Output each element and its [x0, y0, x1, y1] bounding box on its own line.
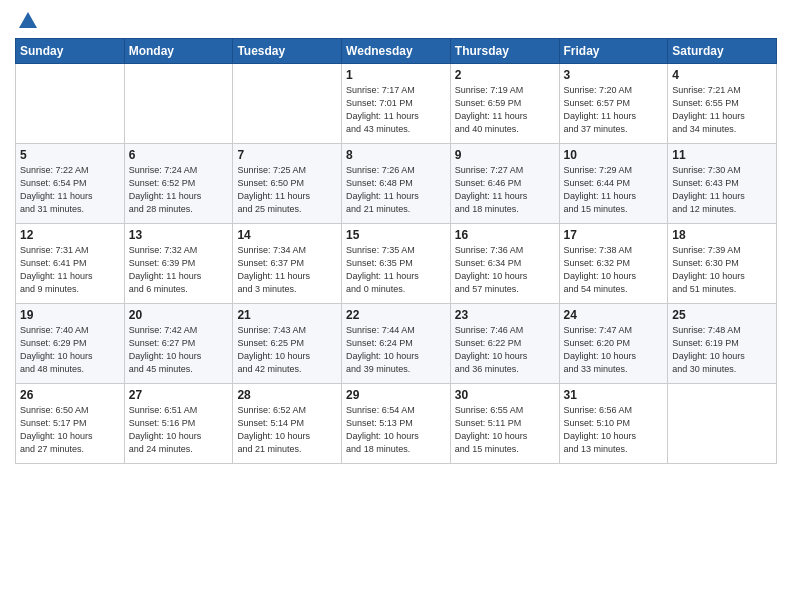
- day-cell: 5Sunrise: 7:22 AM Sunset: 6:54 PM Daylig…: [16, 144, 125, 224]
- day-info: Sunrise: 6:54 AM Sunset: 5:13 PM Dayligh…: [346, 404, 446, 456]
- day-cell: [233, 64, 342, 144]
- weekday-header-sunday: Sunday: [16, 39, 125, 64]
- day-info: Sunrise: 7:25 AM Sunset: 6:50 PM Dayligh…: [237, 164, 337, 216]
- day-info: Sunrise: 7:48 AM Sunset: 6:19 PM Dayligh…: [672, 324, 772, 376]
- day-cell: 11Sunrise: 7:30 AM Sunset: 6:43 PM Dayli…: [668, 144, 777, 224]
- day-info: Sunrise: 7:47 AM Sunset: 6:20 PM Dayligh…: [564, 324, 664, 376]
- day-number: 18: [672, 228, 772, 242]
- weekday-header-friday: Friday: [559, 39, 668, 64]
- weekday-header-thursday: Thursday: [450, 39, 559, 64]
- day-info: Sunrise: 7:22 AM Sunset: 6:54 PM Dayligh…: [20, 164, 120, 216]
- day-info: Sunrise: 6:50 AM Sunset: 5:17 PM Dayligh…: [20, 404, 120, 456]
- weekday-header-monday: Monday: [124, 39, 233, 64]
- day-cell: 31Sunrise: 6:56 AM Sunset: 5:10 PM Dayli…: [559, 384, 668, 464]
- day-info: Sunrise: 7:42 AM Sunset: 6:27 PM Dayligh…: [129, 324, 229, 376]
- day-number: 11: [672, 148, 772, 162]
- day-info: Sunrise: 7:43 AM Sunset: 6:25 PM Dayligh…: [237, 324, 337, 376]
- day-info: Sunrise: 7:36 AM Sunset: 6:34 PM Dayligh…: [455, 244, 555, 296]
- week-row-5: 26Sunrise: 6:50 AM Sunset: 5:17 PM Dayli…: [16, 384, 777, 464]
- day-number: 25: [672, 308, 772, 322]
- day-cell: 9Sunrise: 7:27 AM Sunset: 6:46 PM Daylig…: [450, 144, 559, 224]
- day-info: Sunrise: 7:20 AM Sunset: 6:57 PM Dayligh…: [564, 84, 664, 136]
- weekday-header-row: SundayMondayTuesdayWednesdayThursdayFrid…: [16, 39, 777, 64]
- day-info: Sunrise: 7:17 AM Sunset: 7:01 PM Dayligh…: [346, 84, 446, 136]
- header: [15, 10, 777, 32]
- day-cell: 28Sunrise: 6:52 AM Sunset: 5:14 PM Dayli…: [233, 384, 342, 464]
- day-number: 5: [20, 148, 120, 162]
- day-info: Sunrise: 7:31 AM Sunset: 6:41 PM Dayligh…: [20, 244, 120, 296]
- day-number: 8: [346, 148, 446, 162]
- day-number: 28: [237, 388, 337, 402]
- day-cell: 15Sunrise: 7:35 AM Sunset: 6:35 PM Dayli…: [342, 224, 451, 304]
- day-cell: 8Sunrise: 7:26 AM Sunset: 6:48 PM Daylig…: [342, 144, 451, 224]
- day-cell: [124, 64, 233, 144]
- day-info: Sunrise: 7:19 AM Sunset: 6:59 PM Dayligh…: [455, 84, 555, 136]
- week-row-4: 19Sunrise: 7:40 AM Sunset: 6:29 PM Dayli…: [16, 304, 777, 384]
- week-row-1: 1Sunrise: 7:17 AM Sunset: 7:01 PM Daylig…: [16, 64, 777, 144]
- day-cell: 23Sunrise: 7:46 AM Sunset: 6:22 PM Dayli…: [450, 304, 559, 384]
- day-info: Sunrise: 6:55 AM Sunset: 5:11 PM Dayligh…: [455, 404, 555, 456]
- logo: [15, 10, 39, 32]
- day-number: 19: [20, 308, 120, 322]
- day-cell: 7Sunrise: 7:25 AM Sunset: 6:50 PM Daylig…: [233, 144, 342, 224]
- day-number: 23: [455, 308, 555, 322]
- day-cell: 30Sunrise: 6:55 AM Sunset: 5:11 PM Dayli…: [450, 384, 559, 464]
- day-number: 27: [129, 388, 229, 402]
- day-info: Sunrise: 7:21 AM Sunset: 6:55 PM Dayligh…: [672, 84, 772, 136]
- day-cell: [668, 384, 777, 464]
- day-cell: 1Sunrise: 7:17 AM Sunset: 7:01 PM Daylig…: [342, 64, 451, 144]
- day-cell: 17Sunrise: 7:38 AM Sunset: 6:32 PM Dayli…: [559, 224, 668, 304]
- day-cell: 27Sunrise: 6:51 AM Sunset: 5:16 PM Dayli…: [124, 384, 233, 464]
- day-info: Sunrise: 6:52 AM Sunset: 5:14 PM Dayligh…: [237, 404, 337, 456]
- weekday-header-saturday: Saturday: [668, 39, 777, 64]
- day-number: 13: [129, 228, 229, 242]
- calendar: SundayMondayTuesdayWednesdayThursdayFrid…: [15, 38, 777, 464]
- day-cell: 18Sunrise: 7:39 AM Sunset: 6:30 PM Dayli…: [668, 224, 777, 304]
- day-info: Sunrise: 7:46 AM Sunset: 6:22 PM Dayligh…: [455, 324, 555, 376]
- day-number: 22: [346, 308, 446, 322]
- day-number: 1: [346, 68, 446, 82]
- day-cell: 22Sunrise: 7:44 AM Sunset: 6:24 PM Dayli…: [342, 304, 451, 384]
- day-cell: 16Sunrise: 7:36 AM Sunset: 6:34 PM Dayli…: [450, 224, 559, 304]
- day-number: 20: [129, 308, 229, 322]
- day-cell: 26Sunrise: 6:50 AM Sunset: 5:17 PM Dayli…: [16, 384, 125, 464]
- day-info: Sunrise: 7:39 AM Sunset: 6:30 PM Dayligh…: [672, 244, 772, 296]
- day-number: 4: [672, 68, 772, 82]
- day-number: 17: [564, 228, 664, 242]
- day-cell: 4Sunrise: 7:21 AM Sunset: 6:55 PM Daylig…: [668, 64, 777, 144]
- day-cell: 20Sunrise: 7:42 AM Sunset: 6:27 PM Dayli…: [124, 304, 233, 384]
- day-info: Sunrise: 7:44 AM Sunset: 6:24 PM Dayligh…: [346, 324, 446, 376]
- day-number: 9: [455, 148, 555, 162]
- day-number: 12: [20, 228, 120, 242]
- day-info: Sunrise: 7:38 AM Sunset: 6:32 PM Dayligh…: [564, 244, 664, 296]
- week-row-3: 12Sunrise: 7:31 AM Sunset: 6:41 PM Dayli…: [16, 224, 777, 304]
- day-number: 10: [564, 148, 664, 162]
- day-cell: 14Sunrise: 7:34 AM Sunset: 6:37 PM Dayli…: [233, 224, 342, 304]
- day-cell: 10Sunrise: 7:29 AM Sunset: 6:44 PM Dayli…: [559, 144, 668, 224]
- week-row-2: 5Sunrise: 7:22 AM Sunset: 6:54 PM Daylig…: [16, 144, 777, 224]
- day-info: Sunrise: 7:24 AM Sunset: 6:52 PM Dayligh…: [129, 164, 229, 216]
- day-number: 21: [237, 308, 337, 322]
- day-cell: 24Sunrise: 7:47 AM Sunset: 6:20 PM Dayli…: [559, 304, 668, 384]
- day-cell: 29Sunrise: 6:54 AM Sunset: 5:13 PM Dayli…: [342, 384, 451, 464]
- day-cell: 6Sunrise: 7:24 AM Sunset: 6:52 PM Daylig…: [124, 144, 233, 224]
- day-info: Sunrise: 7:32 AM Sunset: 6:39 PM Dayligh…: [129, 244, 229, 296]
- day-number: 3: [564, 68, 664, 82]
- day-cell: 13Sunrise: 7:32 AM Sunset: 6:39 PM Dayli…: [124, 224, 233, 304]
- day-cell: 12Sunrise: 7:31 AM Sunset: 6:41 PM Dayli…: [16, 224, 125, 304]
- day-info: Sunrise: 7:26 AM Sunset: 6:48 PM Dayligh…: [346, 164, 446, 216]
- day-cell: 21Sunrise: 7:43 AM Sunset: 6:25 PM Dayli…: [233, 304, 342, 384]
- day-cell: [16, 64, 125, 144]
- page-container: SundayMondayTuesdayWednesdayThursdayFrid…: [0, 0, 792, 469]
- day-number: 16: [455, 228, 555, 242]
- day-cell: 3Sunrise: 7:20 AM Sunset: 6:57 PM Daylig…: [559, 64, 668, 144]
- day-info: Sunrise: 7:40 AM Sunset: 6:29 PM Dayligh…: [20, 324, 120, 376]
- day-number: 31: [564, 388, 664, 402]
- day-cell: 2Sunrise: 7:19 AM Sunset: 6:59 PM Daylig…: [450, 64, 559, 144]
- day-number: 6: [129, 148, 229, 162]
- day-number: 2: [455, 68, 555, 82]
- day-number: 24: [564, 308, 664, 322]
- day-number: 15: [346, 228, 446, 242]
- day-info: Sunrise: 7:27 AM Sunset: 6:46 PM Dayligh…: [455, 164, 555, 216]
- day-number: 7: [237, 148, 337, 162]
